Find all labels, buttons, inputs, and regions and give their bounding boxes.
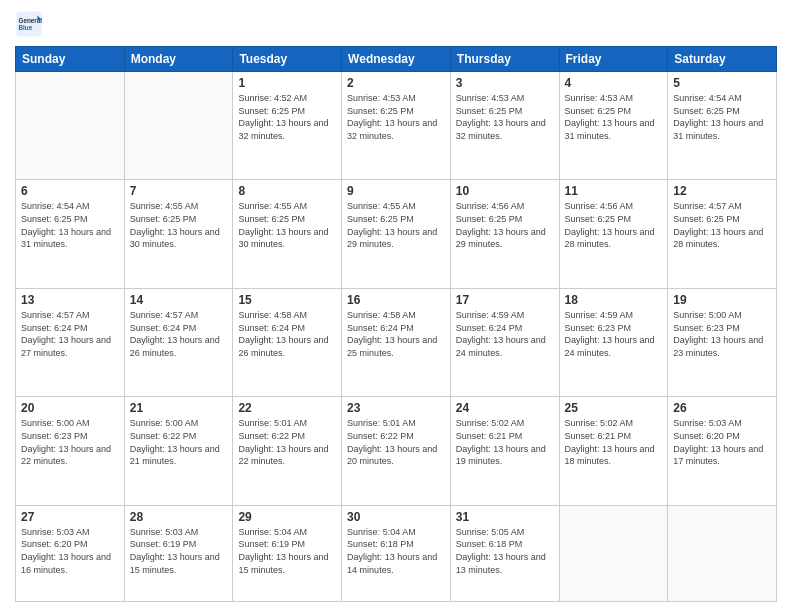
day-info: Sunrise: 5:03 AMSunset: 6:19 PMDaylight:… (130, 526, 228, 576)
calendar-cell: 25Sunrise: 5:02 AMSunset: 6:21 PMDayligh… (559, 397, 668, 505)
day-number: 27 (21, 510, 119, 524)
weekday-wednesday: Wednesday (342, 47, 451, 72)
day-info: Sunrise: 5:00 AMSunset: 6:22 PMDaylight:… (130, 417, 228, 467)
logo: General Blue (15, 10, 47, 38)
day-number: 12 (673, 184, 771, 198)
day-info: Sunrise: 4:53 AMSunset: 6:25 PMDaylight:… (456, 92, 554, 142)
day-info: Sunrise: 5:01 AMSunset: 6:22 PMDaylight:… (347, 417, 445, 467)
day-number: 13 (21, 293, 119, 307)
week-row-3: 13Sunrise: 4:57 AMSunset: 6:24 PMDayligh… (16, 288, 777, 396)
calendar-table: SundayMondayTuesdayWednesdayThursdayFrid… (15, 46, 777, 602)
calendar-cell (124, 72, 233, 180)
day-info: Sunrise: 5:04 AMSunset: 6:18 PMDaylight:… (347, 526, 445, 576)
day-number: 28 (130, 510, 228, 524)
day-info: Sunrise: 5:00 AMSunset: 6:23 PMDaylight:… (21, 417, 119, 467)
calendar-cell (668, 505, 777, 601)
day-info: Sunrise: 4:52 AMSunset: 6:25 PMDaylight:… (238, 92, 336, 142)
day-number: 29 (238, 510, 336, 524)
calendar-cell (559, 505, 668, 601)
logo-icon: General Blue (15, 10, 43, 38)
day-number: 26 (673, 401, 771, 415)
weekday-sunday: Sunday (16, 47, 125, 72)
day-number: 2 (347, 76, 445, 90)
day-number: 4 (565, 76, 663, 90)
weekday-monday: Monday (124, 47, 233, 72)
day-info: Sunrise: 4:57 AMSunset: 6:24 PMDaylight:… (130, 309, 228, 359)
day-number: 19 (673, 293, 771, 307)
calendar-cell: 29Sunrise: 5:04 AMSunset: 6:19 PMDayligh… (233, 505, 342, 601)
calendar-cell: 12Sunrise: 4:57 AMSunset: 6:25 PMDayligh… (668, 180, 777, 288)
header: General Blue (15, 10, 777, 38)
day-number: 22 (238, 401, 336, 415)
day-info: Sunrise: 5:03 AMSunset: 6:20 PMDaylight:… (21, 526, 119, 576)
week-row-2: 6Sunrise: 4:54 AMSunset: 6:25 PMDaylight… (16, 180, 777, 288)
day-info: Sunrise: 4:54 AMSunset: 6:25 PMDaylight:… (673, 92, 771, 142)
day-info: Sunrise: 5:02 AMSunset: 6:21 PMDaylight:… (565, 417, 663, 467)
day-number: 18 (565, 293, 663, 307)
calendar-cell: 3Sunrise: 4:53 AMSunset: 6:25 PMDaylight… (450, 72, 559, 180)
calendar-cell: 20Sunrise: 5:00 AMSunset: 6:23 PMDayligh… (16, 397, 125, 505)
day-info: Sunrise: 4:53 AMSunset: 6:25 PMDaylight:… (565, 92, 663, 142)
day-number: 25 (565, 401, 663, 415)
calendar-cell: 7Sunrise: 4:55 AMSunset: 6:25 PMDaylight… (124, 180, 233, 288)
calendar-cell: 2Sunrise: 4:53 AMSunset: 6:25 PMDaylight… (342, 72, 451, 180)
calendar-cell: 13Sunrise: 4:57 AMSunset: 6:24 PMDayligh… (16, 288, 125, 396)
day-info: Sunrise: 5:05 AMSunset: 6:18 PMDaylight:… (456, 526, 554, 576)
calendar-cell: 28Sunrise: 5:03 AMSunset: 6:19 PMDayligh… (124, 505, 233, 601)
calendar-cell: 15Sunrise: 4:58 AMSunset: 6:24 PMDayligh… (233, 288, 342, 396)
calendar-cell: 8Sunrise: 4:55 AMSunset: 6:25 PMDaylight… (233, 180, 342, 288)
day-number: 8 (238, 184, 336, 198)
day-info: Sunrise: 4:55 AMSunset: 6:25 PMDaylight:… (130, 200, 228, 250)
calendar-cell: 10Sunrise: 4:56 AMSunset: 6:25 PMDayligh… (450, 180, 559, 288)
day-number: 21 (130, 401, 228, 415)
calendar-cell: 27Sunrise: 5:03 AMSunset: 6:20 PMDayligh… (16, 505, 125, 601)
day-info: Sunrise: 4:57 AMSunset: 6:24 PMDaylight:… (21, 309, 119, 359)
calendar-cell (16, 72, 125, 180)
calendar-cell: 19Sunrise: 5:00 AMSunset: 6:23 PMDayligh… (668, 288, 777, 396)
calendar-cell: 17Sunrise: 4:59 AMSunset: 6:24 PMDayligh… (450, 288, 559, 396)
day-info: Sunrise: 5:01 AMSunset: 6:22 PMDaylight:… (238, 417, 336, 467)
calendar-cell: 26Sunrise: 5:03 AMSunset: 6:20 PMDayligh… (668, 397, 777, 505)
weekday-thursday: Thursday (450, 47, 559, 72)
calendar-cell: 18Sunrise: 4:59 AMSunset: 6:23 PMDayligh… (559, 288, 668, 396)
calendar-cell: 16Sunrise: 4:58 AMSunset: 6:24 PMDayligh… (342, 288, 451, 396)
calendar-cell: 31Sunrise: 5:05 AMSunset: 6:18 PMDayligh… (450, 505, 559, 601)
day-number: 30 (347, 510, 445, 524)
calendar-cell: 24Sunrise: 5:02 AMSunset: 6:21 PMDayligh… (450, 397, 559, 505)
weekday-header-row: SundayMondayTuesdayWednesdayThursdayFrid… (16, 47, 777, 72)
day-number: 23 (347, 401, 445, 415)
day-info: Sunrise: 4:54 AMSunset: 6:25 PMDaylight:… (21, 200, 119, 250)
calendar-cell: 9Sunrise: 4:55 AMSunset: 6:25 PMDaylight… (342, 180, 451, 288)
day-info: Sunrise: 4:56 AMSunset: 6:25 PMDaylight:… (456, 200, 554, 250)
day-number: 31 (456, 510, 554, 524)
weekday-friday: Friday (559, 47, 668, 72)
day-number: 5 (673, 76, 771, 90)
day-info: Sunrise: 4:56 AMSunset: 6:25 PMDaylight:… (565, 200, 663, 250)
day-info: Sunrise: 5:02 AMSunset: 6:21 PMDaylight:… (456, 417, 554, 467)
calendar-cell: 14Sunrise: 4:57 AMSunset: 6:24 PMDayligh… (124, 288, 233, 396)
day-info: Sunrise: 4:58 AMSunset: 6:24 PMDaylight:… (347, 309, 445, 359)
week-row-4: 20Sunrise: 5:00 AMSunset: 6:23 PMDayligh… (16, 397, 777, 505)
day-info: Sunrise: 4:58 AMSunset: 6:24 PMDaylight:… (238, 309, 336, 359)
day-info: Sunrise: 4:55 AMSunset: 6:25 PMDaylight:… (347, 200, 445, 250)
calendar-cell: 23Sunrise: 5:01 AMSunset: 6:22 PMDayligh… (342, 397, 451, 505)
day-number: 24 (456, 401, 554, 415)
day-number: 1 (238, 76, 336, 90)
day-number: 15 (238, 293, 336, 307)
weekday-tuesday: Tuesday (233, 47, 342, 72)
page: General Blue SundayMondayTuesdayWednesda… (0, 0, 792, 612)
week-row-5: 27Sunrise: 5:03 AMSunset: 6:20 PMDayligh… (16, 505, 777, 601)
week-row-1: 1Sunrise: 4:52 AMSunset: 6:25 PMDaylight… (16, 72, 777, 180)
day-number: 14 (130, 293, 228, 307)
day-number: 16 (347, 293, 445, 307)
day-number: 10 (456, 184, 554, 198)
calendar-cell: 1Sunrise: 4:52 AMSunset: 6:25 PMDaylight… (233, 72, 342, 180)
calendar-cell: 5Sunrise: 4:54 AMSunset: 6:25 PMDaylight… (668, 72, 777, 180)
weekday-saturday: Saturday (668, 47, 777, 72)
day-number: 11 (565, 184, 663, 198)
day-number: 6 (21, 184, 119, 198)
day-info: Sunrise: 4:59 AMSunset: 6:23 PMDaylight:… (565, 309, 663, 359)
day-info: Sunrise: 5:04 AMSunset: 6:19 PMDaylight:… (238, 526, 336, 576)
calendar-cell: 4Sunrise: 4:53 AMSunset: 6:25 PMDaylight… (559, 72, 668, 180)
day-info: Sunrise: 4:53 AMSunset: 6:25 PMDaylight:… (347, 92, 445, 142)
